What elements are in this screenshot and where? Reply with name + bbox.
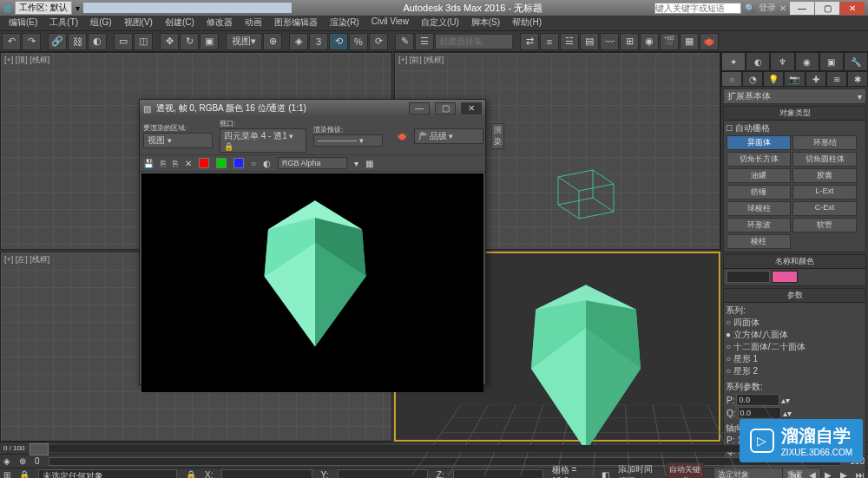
render-setup-button[interactable]: 🎬 (660, 33, 679, 50)
select-sim-button[interactable]: ◈ (289, 33, 308, 50)
bind-button[interactable]: ◐ (88, 33, 107, 50)
radio-star1[interactable]: 星形 1 (726, 353, 864, 365)
menu-render[interactable]: 渲染(R) (325, 16, 365, 30)
search-icon[interactable]: 🔍 (745, 3, 755, 13)
btn-hedra[interactable]: 异面体 (727, 135, 791, 150)
keyframe-icon[interactable]: ◈ (3, 456, 10, 466)
teapot-icon[interactable]: 🫖 (397, 131, 407, 141)
menu-customize[interactable]: 自定义(U) (416, 16, 464, 30)
btn-gengon[interactable]: 球棱柱 (727, 201, 791, 216)
snap-pct-button[interactable]: % (349, 33, 368, 50)
autogrid-checkbox[interactable]: ☐ 自动栅格 (726, 124, 770, 133)
pivot-button[interactable]: ⊕ (263, 33, 282, 50)
radio-star2[interactable]: 星形 2 (726, 365, 864, 377)
move-button[interactable]: ✥ (160, 33, 179, 50)
layer-explorer-button[interactable]: ▤ (580, 33, 599, 50)
btn-oiltank[interactable]: 油罐 (727, 168, 791, 183)
help-search-input[interactable] (654, 3, 741, 14)
redo-button[interactable]: ↷ (22, 33, 41, 50)
object-type-header[interactable]: 对象类型 (724, 107, 865, 121)
render-go-button[interactable]: 渲 染 (491, 123, 504, 149)
next-key-icon[interactable]: ⏭ (856, 470, 865, 478)
clone-icon[interactable]: ⎘ (173, 159, 178, 168)
close-button[interactable]: ✕ (840, 2, 865, 15)
next-frame-icon[interactable]: ▶ (840, 470, 847, 478)
btn-chamferbox[interactable]: 切角长方体 (727, 152, 791, 167)
subtab-shapes[interactable]: ◔ (742, 71, 763, 87)
render-channel-select[interactable]: RGB Alpha (278, 157, 347, 169)
tab-utilities[interactable]: 🔧 (844, 52, 868, 71)
material-editor-button[interactable]: ◉ (640, 33, 659, 50)
radio-tetra[interactable]: 四面体 (726, 317, 864, 329)
render-area-select[interactable]: 视图 ▾ (143, 133, 213, 148)
render-frame-button[interactable]: ▦ (680, 33, 699, 50)
btn-spindle[interactable]: 纺锤 (727, 185, 791, 200)
btn-chamfercyl[interactable]: 切角圆柱体 (792, 152, 857, 167)
radio-dodec-icos[interactable]: 十二面体/二十面体 (726, 341, 864, 353)
curve-editor-button[interactable]: 〰 (600, 33, 619, 50)
unlink-button[interactable]: ⛓ (68, 33, 87, 50)
btn-hose[interactable]: 软管 (792, 218, 857, 232)
scale-button[interactable]: ▣ (200, 33, 219, 50)
menu-script[interactable]: 脚本(S) (466, 16, 505, 30)
tab-motion[interactable]: ◉ (795, 52, 819, 71)
btn-ringwave[interactable]: 环形波 (727, 218, 791, 232)
lock-icon[interactable]: 🔒 (186, 470, 196, 478)
named-sel-edit[interactable]: ✎ (395, 33, 414, 50)
btn-lext[interactable]: L-Ext (792, 185, 857, 200)
play-icon[interactable]: ▶ (825, 470, 832, 478)
radio-cube-octa[interactable]: 立方体/八面体 (726, 329, 864, 341)
menu-graph[interactable]: 图形编辑器 (269, 16, 323, 30)
menu-civilview[interactable]: Civil View (366, 16, 414, 30)
render-viewport-select[interactable]: 四元菜单 4 - 透1 ▾ 🔒 (220, 128, 306, 153)
x-input[interactable] (221, 469, 312, 478)
login-link[interactable]: 登录 (759, 2, 776, 14)
render-button[interactable]: 🫖 (700, 33, 719, 50)
subtab-systems[interactable]: ✱ (847, 71, 868, 87)
category-dropdown[interactable]: 扩展基本体▾ (723, 88, 866, 104)
menu-edit[interactable]: 编辑(E) (3, 16, 43, 30)
layers-button[interactable]: ☱ (560, 33, 579, 50)
menu-animation[interactable]: 动画 (240, 16, 267, 30)
render-min-button[interactable]: — (409, 102, 430, 115)
btn-prism[interactable]: 棱柱 (727, 234, 791, 249)
object-color-swatch[interactable] (772, 271, 798, 283)
undo-button[interactable]: ↶ (2, 33, 21, 50)
btn-torus-knot[interactable]: 环形结 (792, 135, 857, 150)
tab-display[interactable]: ▣ (819, 52, 844, 71)
params-header[interactable]: 参数 (724, 289, 865, 303)
link-button[interactable]: 🔗 (48, 33, 67, 50)
render-preset-select[interactable]: ————— ▾ (313, 134, 383, 147)
save-icon[interactable]: 💾 (143, 159, 154, 168)
menu-view[interactable]: 视图(V) (119, 16, 158, 30)
ref-coord-button[interactable]: 视图▾ (226, 33, 262, 50)
select-button[interactable]: ▭ (114, 33, 133, 50)
menu-group[interactable]: 组(G) (85, 16, 116, 30)
tab-modify[interactable]: ◐ (746, 52, 770, 71)
snap-button[interactable]: 3 (309, 33, 328, 50)
subtab-helpers[interactable]: ✚ (806, 71, 826, 87)
render-titlebar[interactable]: ▧ 透视, 帧 0, RGBA 颜色 16 位/通道 (1:1) — ▢ ✕ (140, 100, 485, 117)
workspace-selector[interactable]: 工作区: 默认 (15, 1, 72, 15)
object-name-input[interactable] (727, 271, 770, 283)
menu-create[interactable]: 创建(C) (160, 16, 200, 30)
menu-modifiers[interactable]: 修改器 (201, 16, 238, 30)
tab-create[interactable]: ✦ (721, 52, 746, 71)
mirror-button[interactable]: ⇄ (520, 33, 539, 50)
subtab-space[interactable]: ≋ (826, 71, 847, 87)
menu-help[interactable]: 帮助(H) (507, 16, 547, 30)
render-window[interactable]: ▧ 透视, 帧 0, RGBA 颜色 16 位/通道 (1:1) — ▢ ✕ 要… (139, 99, 486, 385)
named-sel-list[interactable]: ☰ (415, 33, 434, 50)
selection-set-input[interactable] (435, 34, 513, 49)
btn-cext[interactable]: C-Ext (792, 201, 857, 216)
align-button[interactable]: ≡ (540, 33, 559, 50)
spinner-snap-button[interactable]: ⟳ (369, 33, 388, 50)
select-all-button[interactable]: ◫ (134, 33, 153, 50)
tab-hierarchy[interactable]: ♆ (770, 52, 794, 71)
render-max-button[interactable]: ▢ (435, 102, 456, 115)
name-color-header[interactable]: 名称和颜色 (724, 255, 865, 269)
schematic-button[interactable]: ⊞ (620, 33, 639, 50)
maximize-button[interactable]: ▢ (815, 2, 839, 15)
minimize-button[interactable]: — (790, 2, 814, 15)
render-close-button[interactable]: ✕ (461, 102, 482, 115)
